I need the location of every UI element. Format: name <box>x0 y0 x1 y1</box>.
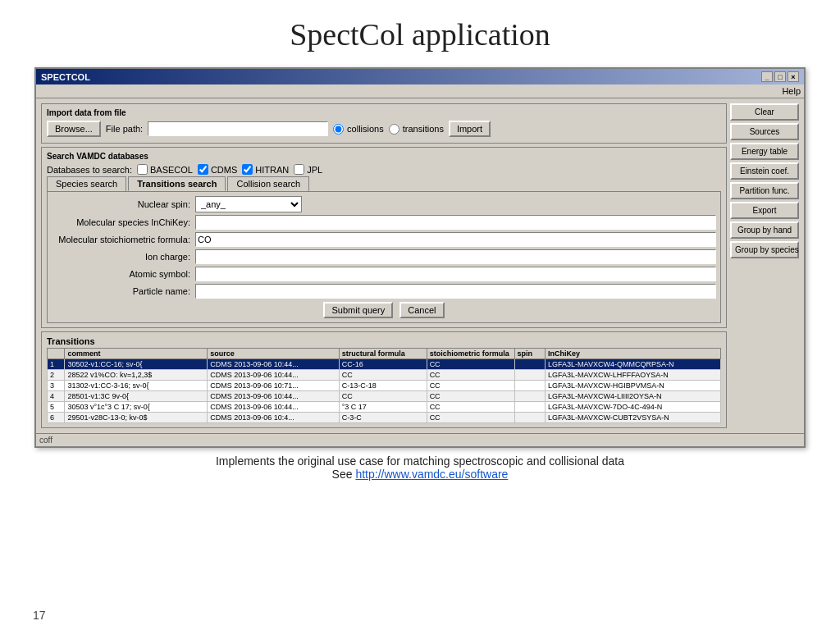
menu-help[interactable]: Help <box>782 86 801 96</box>
table-row[interactable]: 629501-v28C-13-0; kv-0$CDMS 2013-09-06 1… <box>48 413 721 423</box>
clear-button[interactable]: Clear <box>730 103 799 121</box>
browse-button[interactable]: Browse... <box>47 121 101 137</box>
form-row-atomic-symbol: Atomic symbol: <box>52 267 716 281</box>
app-body: Import data from file Browse... File pat… <box>36 98 804 433</box>
maximize-button[interactable]: □ <box>774 71 786 82</box>
search-label: Search VAMDC databases <box>47 152 721 161</box>
menu-bar: Help <box>36 84 804 98</box>
file-path-input[interactable] <box>148 121 328 136</box>
cancel-button[interactable]: Cancel <box>399 302 444 318</box>
search-section: Search VAMDC databases Databases to sear… <box>41 147 727 328</box>
einstein-coef-button[interactable]: Einstein coef. <box>730 162 799 180</box>
nuclear-spin-select[interactable]: _any_ <box>195 196 302 212</box>
close-button[interactable]: × <box>788 71 799 82</box>
transitions-table: comment source structural formula stoich… <box>47 348 721 423</box>
search-tabs: Species search Transitions search Collis… <box>47 176 721 191</box>
import-button[interactable]: Import <box>449 121 491 137</box>
slide-footer: Implements the original use case for mat… <box>216 454 624 481</box>
status-text: coff <box>39 436 52 445</box>
cdms-checkbox[interactable] <box>198 164 208 175</box>
jpl-checkbox-label: JPL <box>294 164 322 175</box>
submit-query-button[interactable]: Submit query <box>323 302 393 318</box>
energy-table-button[interactable]: Energy table <box>730 143 799 160</box>
form-row-formula: Molecular stoichiometric formula: <box>52 232 716 247</box>
ion-charge-input[interactable] <box>195 249 716 264</box>
col-structural: structural formula <box>339 349 427 359</box>
tab-collision[interactable]: Collision search <box>227 176 309 191</box>
form-row-nuclear-spin: Nuclear spin: _any_ <box>52 196 716 212</box>
transitions-radio[interactable] <box>389 124 399 135</box>
hitran-checkbox[interactable] <box>242 164 253 175</box>
transitions-table-body: 130502-v1:CC-16; sv-0{CDMS 2013-09-06 10… <box>48 359 721 423</box>
transitions-radio-label: transitions <box>389 124 444 135</box>
form-row-inchikey: Molecular species InChiKey: <box>52 215 716 230</box>
col-comment: comment <box>65 349 208 359</box>
col-inchikey: InChiKey <box>546 349 721 359</box>
collisions-radio[interactable] <box>333 124 344 135</box>
databases-row: Databases to search: BASECOL CDMS HITRAN <box>47 164 721 175</box>
table-row[interactable]: 228522 v1%CO: kv=1,2,3$CDMS 2013-09-06 1… <box>48 370 721 381</box>
title-bar: SPECTCOL _ □ × <box>36 69 804 84</box>
transitions-header: Transitions <box>47 336 721 346</box>
hitran-checkbox-label: HITRAN <box>242 164 289 175</box>
slide-container: SpectCol application SPECTCOL _ □ × Help… <box>0 0 840 630</box>
atomic-symbol-label: Atomic symbol: <box>52 269 195 279</box>
title-bar-controls: _ □ × <box>761 71 799 82</box>
nuclear-spin-label: Nuclear spin: <box>52 199 195 209</box>
col-spin: spin <box>514 349 545 359</box>
footer-text: Implements the original use case for mat… <box>216 454 624 468</box>
sources-button[interactable]: Sources <box>730 123 799 140</box>
jpl-checkbox[interactable] <box>294 164 304 175</box>
group-by-species-button[interactable]: Group by species <box>730 241 799 258</box>
import-label: Import data from file <box>47 108 721 117</box>
basecol-checkbox[interactable] <box>137 164 148 175</box>
col-num <box>48 349 65 359</box>
particle-name-label: Particle name: <box>52 286 195 296</box>
particle-name-input[interactable] <box>195 284 716 299</box>
import-section: Import data from file Browse... File pat… <box>41 103 727 144</box>
transitions-section: Transitions comment source structural fo… <box>41 331 727 428</box>
databases-label: Databases to search: <box>47 165 132 175</box>
tab-transitions[interactable]: Transitions search <box>128 176 226 191</box>
status-bar: coff <box>36 433 804 446</box>
import-row: Browse... File path: collisions transiti… <box>47 121 721 137</box>
table-row[interactable]: 130502-v1:CC-16; sv-0{CDMS 2013-09-06 10… <box>48 359 721 370</box>
tab-content-transitions: Nuclear spin: _any_ Molecular species In… <box>47 191 721 323</box>
basecol-checkbox-label: BASECOL <box>137 164 193 175</box>
inchikey-label: Molecular species InChiKey: <box>52 217 195 227</box>
table-row[interactable]: 428501-v1:3C 9v-0{CDMS 2013-09-06 10:44.… <box>48 391 721 402</box>
app-title: SPECTCOL <box>41 72 90 82</box>
main-panel: Import data from file Browse... File pat… <box>41 103 727 428</box>
cdms-checkbox-label: CDMS <box>198 164 237 175</box>
group-by-hand-button[interactable]: Group by hand <box>730 221 799 239</box>
minimize-button[interactable]: _ <box>761 71 773 82</box>
form-row-ion-charge: Ion charge: <box>52 249 716 264</box>
slide-number: 17 <box>33 609 46 622</box>
file-path-label: File path: <box>106 124 143 134</box>
collisions-radio-label: collisions <box>333 124 384 135</box>
app-window: SPECTCOL _ □ × Help Import data from fil… <box>34 67 806 448</box>
form-row-particle-name: Particle name: <box>52 284 716 299</box>
table-row[interactable]: 530503 v°1c°3 C 17; sv-0{CDMS 2013-09-06… <box>48 402 721 413</box>
col-stoichiometric: stoichiometric formula <box>427 349 514 359</box>
side-buttons-panel: Clear Sources Energy table Einstein coef… <box>730 103 799 428</box>
slide-title: SpectCol application <box>290 16 550 52</box>
submit-row: Submit query Cancel <box>52 302 716 318</box>
formula-label: Molecular stoichiometric formula: <box>52 235 195 244</box>
inchikey-input[interactable] <box>195 215 716 230</box>
table-header-row: comment source structural formula stoich… <box>48 349 721 359</box>
partition-func-button[interactable]: Partition func. <box>730 182 799 199</box>
table-row[interactable]: 331302-v1:CC-3-16; sv-0{CDMS 2013-09-06 … <box>48 381 721 391</box>
ion-charge-label: Ion charge: <box>52 252 195 262</box>
export-button[interactable]: Export <box>730 202 799 219</box>
footer-link: See http://www.vamdc.eu/software <box>216 468 624 481</box>
formula-input[interactable] <box>195 232 716 247</box>
footer-link-anchor[interactable]: http://www.vamdc.eu/software <box>355 468 508 481</box>
tab-species[interactable]: Species search <box>47 176 126 191</box>
atomic-symbol-input[interactable] <box>195 267 716 281</box>
col-source: source <box>208 349 339 359</box>
